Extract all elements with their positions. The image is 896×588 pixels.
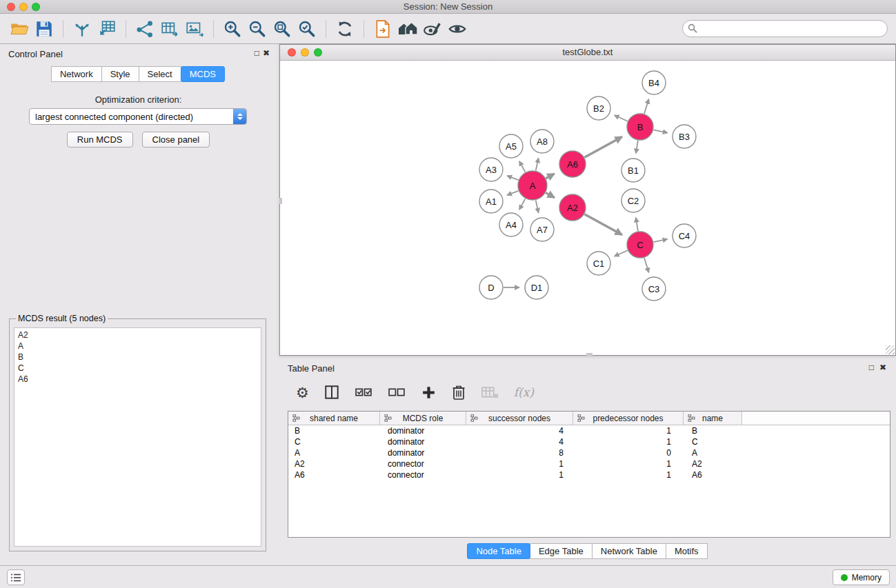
maximize-traffic-light[interactable] (32, 3, 40, 11)
close-panel-icon[interactable]: ✖ (879, 363, 886, 372)
search-input[interactable] (682, 20, 888, 37)
zoom-out-button[interactable] (245, 17, 270, 41)
select-all-button[interactable] (355, 386, 373, 399)
add-column-button[interactable] (421, 385, 437, 401)
table-row[interactable]: A6connector11A6 (288, 469, 890, 480)
minimize-traffic-light[interactable] (19, 3, 28, 11)
edit-style-button[interactable] (420, 17, 445, 41)
show-hide-button[interactable] (445, 17, 470, 41)
network-node-B4[interactable]: B4 (642, 71, 666, 94)
network-edge-A-A2[interactable] (546, 193, 554, 198)
tab-network[interactable]: Network (51, 66, 102, 82)
network-node-C4[interactable]: C4 (673, 224, 696, 247)
network-edge-A-A5[interactable] (519, 161, 526, 172)
network-edge-B-B4[interactable] (644, 99, 649, 114)
network-node-A2[interactable]: A2 (559, 194, 586, 221)
column-header-shared-name[interactable]: shared name (288, 412, 380, 425)
window-edge-handle[interactable] (586, 353, 593, 356)
network-edge-B-B3[interactable] (654, 130, 668, 132)
tab-motifs[interactable]: Motifs (666, 543, 708, 559)
network-edge-A-A6[interactable] (546, 174, 554, 178)
column-header-successor-nodes[interactable]: successor nodes (466, 412, 573, 425)
network-node-C[interactable]: C (627, 232, 653, 258)
network-node-B3[interactable]: B3 (673, 125, 696, 148)
open-file-button[interactable] (370, 17, 395, 41)
network-node-D1[interactable]: D1 (525, 276, 548, 299)
import-table-button[interactable] (94, 17, 119, 41)
export-table-button[interactable] (157, 17, 182, 41)
network-node-A1[interactable]: A1 (479, 190, 503, 213)
table-row[interactable]: Cdominator41C (288, 436, 890, 447)
close-traffic-light[interactable] (7, 3, 15, 11)
network-edge-B-B1[interactable] (636, 141, 638, 154)
import-network-button[interactable] (70, 17, 94, 41)
delete-column-button[interactable] (451, 384, 466, 401)
zoom-fit-button[interactable] (270, 17, 295, 41)
tab-edge-table[interactable]: Edge Table (530, 543, 593, 559)
network-edge-C-C3[interactable] (644, 258, 649, 272)
float-panel-icon[interactable]: □ (255, 48, 259, 58)
network-node-C1[interactable]: C1 (587, 252, 610, 275)
close-panel-button[interactable]: Close panel (142, 132, 210, 148)
tab-network-table[interactable]: Network Table (592, 543, 666, 559)
zoom-selected-button[interactable] (295, 17, 319, 41)
mcds-result-item[interactable]: A6 (18, 374, 257, 385)
network-node-A4[interactable]: A4 (499, 213, 523, 236)
column-header-predecessor-nodes[interactable]: predecessor nodes (573, 412, 684, 425)
table-settings-button[interactable]: ⚙ (296, 385, 309, 400)
function-builder-button-disabled[interactable]: f(x) (514, 385, 534, 399)
mcds-result-item[interactable]: A (18, 341, 257, 352)
network-edge-A-A1[interactable] (507, 191, 518, 195)
memory-button[interactable]: Memory (833, 569, 890, 585)
tab-node-table[interactable]: Node Table (467, 543, 530, 559)
maximize-traffic-light[interactable] (314, 48, 322, 57)
network-node-A[interactable]: A (518, 171, 547, 200)
export-image-button[interactable] (182, 17, 207, 41)
minimize-traffic-light[interactable] (301, 48, 309, 57)
show-columns-button[interactable] (323, 384, 340, 401)
optimization-criterion-select[interactable]: largest connected component (directed) (29, 108, 247, 125)
network-edge-A-A4[interactable] (519, 199, 526, 210)
column-header-MCDS-role[interactable]: MCDS role (380, 412, 466, 425)
mcds-result-item[interactable]: A2 (18, 330, 257, 341)
delete-table-button-disabled[interactable] (481, 385, 499, 400)
network-edge-C-C2[interactable] (636, 218, 638, 232)
network-node-B2[interactable]: B2 (587, 97, 610, 120)
network-canvas[interactable]: B4B2BB3A5A8A6A3B1AA1C2A2A4A7CC4C1C3DD1 (280, 61, 895, 355)
network-edge-B-B2[interactable] (615, 115, 628, 121)
network-edge-C-C1[interactable] (615, 250, 628, 256)
deselect-all-button[interactable] (388, 386, 406, 399)
apply-layout-button[interactable] (332, 17, 357, 41)
network-node-A8[interactable]: A8 (530, 130, 554, 153)
table-row[interactable]: Bdominator41B (288, 425, 890, 436)
network-node-A5[interactable]: A5 (499, 134, 523, 158)
network-node-D[interactable]: D (479, 276, 503, 299)
save-session-button[interactable] (32, 17, 57, 41)
network-edge-A-A3[interactable] (507, 176, 518, 180)
network-node-B1[interactable]: B1 (621, 159, 645, 182)
network-edge-A6-B[interactable] (585, 136, 622, 157)
network-graph[interactable]: B4B2BB3A5A8A6A3B1AA1C2A2A4A7CC4C1C3DD1 (280, 61, 895, 355)
mcds-result-item[interactable]: C (18, 363, 257, 374)
network-edge-A-A8[interactable] (536, 158, 539, 170)
new-network-button[interactable] (132, 17, 157, 41)
close-panel-icon[interactable]: ✖ (263, 48, 270, 58)
open-session-button[interactable] (7, 17, 32, 41)
show-panels-button[interactable] (7, 569, 25, 585)
float-panel-icon[interactable]: □ (869, 363, 874, 372)
network-edge-C-C4[interactable] (654, 239, 668, 242)
network-node-A7[interactable]: A7 (530, 218, 554, 241)
column-header-name[interactable]: name (684, 412, 742, 425)
window-edge-handle[interactable] (279, 198, 282, 204)
zoom-in-button[interactable] (220, 17, 245, 41)
run-mcds-button[interactable]: Run MCDS (67, 132, 133, 148)
network-node-A6[interactable]: A6 (559, 151, 586, 177)
tab-mcds[interactable]: MCDS (181, 66, 225, 82)
network-node-C3[interactable]: C3 (642, 277, 666, 301)
mcds-result-item[interactable]: B (18, 352, 257, 363)
network-node-A3[interactable]: A3 (479, 158, 503, 181)
tab-style[interactable]: Style (101, 66, 139, 82)
home-view-button[interactable] (395, 17, 420, 41)
table-row[interactable]: A2connector11A2 (288, 458, 890, 469)
network-node-B[interactable]: B (627, 114, 653, 140)
